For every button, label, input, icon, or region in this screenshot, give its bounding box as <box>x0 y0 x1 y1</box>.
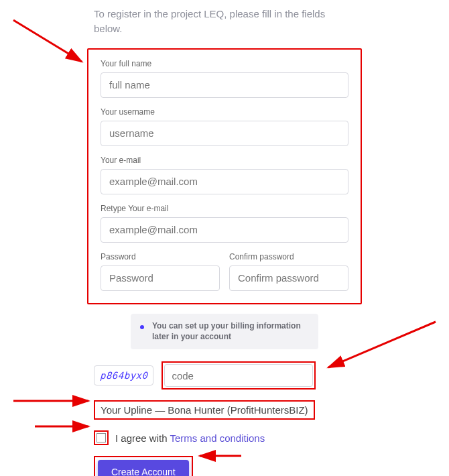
username-label: Your username <box>101 107 348 117</box>
create-account-button[interactable]: Create Account <box>98 460 189 476</box>
billing-info-text: You can set up your billing information … <box>152 320 309 343</box>
upline-info: Your Upline — Bona Hunter (ProfitHunters… <box>94 400 315 420</box>
terms-link[interactable]: Terms and conditions <box>170 432 265 444</box>
agree-checkbox[interactable] <box>97 433 106 442</box>
username-input[interactable] <box>101 121 348 146</box>
fullname-label: Your full name <box>101 59 348 68</box>
password-input[interactable] <box>101 265 220 291</box>
bullet-icon <box>140 325 144 329</box>
email-label: Your e-mail <box>101 156 348 165</box>
email-input[interactable] <box>101 169 348 194</box>
agree-text: I agree with <box>115 432 170 444</box>
password-label: Password <box>101 252 220 261</box>
captcha-input[interactable] <box>164 364 313 387</box>
registration-form: Your full name Your username Your e-mail… <box>87 48 362 304</box>
billing-info-notice: You can set up your billing information … <box>131 314 318 350</box>
retype-email-label: Retype Your e-mail <box>101 204 348 213</box>
intro-text: To register in the project LEQ, please f… <box>94 7 335 36</box>
svg-line-0 <box>13 20 82 62</box>
confirm-password-label: Confirm password <box>229 252 348 261</box>
fullname-input[interactable] <box>101 72 348 98</box>
confirm-password-input[interactable] <box>229 265 348 291</box>
captcha-image: p864byx0 <box>94 365 153 385</box>
retype-email-input[interactable] <box>101 217 348 243</box>
